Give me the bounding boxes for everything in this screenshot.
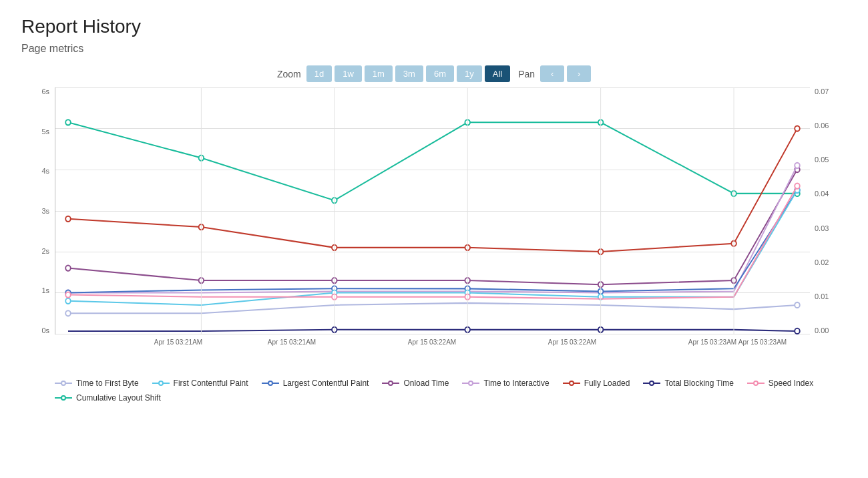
x-label-2: Apr 15 03:22AM bbox=[405, 338, 459, 346]
svg-point-9 bbox=[469, 381, 473, 385]
legend-label-onload: Onload Time bbox=[403, 379, 449, 388]
legend-item-tti: Time to Interactive bbox=[462, 379, 549, 388]
legend-item-cls: Cumulative Layout Shift bbox=[55, 393, 161, 403]
zoom-1m-button[interactable]: 1m bbox=[365, 65, 393, 82]
line-tbt bbox=[68, 330, 797, 331]
legend-label-fl: Fully Loaded bbox=[584, 379, 630, 388]
zoom-3m-button[interactable]: 3m bbox=[395, 65, 423, 82]
legend-label-lcp: Largest Contentful Paint bbox=[283, 379, 369, 388]
legend-item-fcp: First Contentful Paint bbox=[152, 379, 248, 388]
x-label-0: Apr 15 03:21AM bbox=[152, 338, 205, 346]
legend-item-tbt: Total Blocking Time bbox=[643, 379, 733, 388]
legend-icon-ttfb bbox=[55, 380, 72, 387]
page-title: Report History bbox=[21, 16, 847, 37]
legend-label-tbt: Total Blocking Time bbox=[664, 379, 733, 388]
chart-svg bbox=[55, 87, 810, 334]
line-lcp bbox=[68, 190, 797, 293]
y-left-label-5s: 5s bbox=[41, 128, 49, 136]
pan-label: Pan bbox=[518, 69, 535, 79]
legend-item-si: Speed Index bbox=[747, 379, 813, 388]
svg-point-15 bbox=[754, 381, 758, 385]
legend-label-cls: Cumulative Layout Shift bbox=[76, 393, 161, 403]
y-left-label-1s: 1s bbox=[41, 286, 49, 294]
y-right-label-002: 0.02 bbox=[815, 258, 829, 266]
svg-point-3 bbox=[159, 381, 163, 385]
point-fl-6 bbox=[795, 126, 800, 131]
zoom-6m-button[interactable]: 6m bbox=[426, 65, 454, 82]
y-axis-left: 6s 5s 4s 3s 2s 1s 0s bbox=[21, 87, 53, 334]
legend-icon-tti bbox=[462, 380, 479, 387]
chart-legend: Time to First Byte First Contentful Pain… bbox=[21, 379, 847, 403]
legend-item-onload: Onload Time bbox=[382, 379, 449, 388]
legend-icon-fl bbox=[563, 380, 580, 387]
y-right-label-003: 0.03 bbox=[815, 224, 829, 232]
legend-item-lcp: Largest Contentful Paint bbox=[262, 379, 369, 388]
zoom-1d-button[interactable]: 1d bbox=[306, 65, 332, 82]
point-ttfb-0 bbox=[65, 310, 71, 316]
legend-item-ttfb: Time to First Byte bbox=[55, 379, 139, 388]
legend-item-fl: Fully Loaded bbox=[563, 379, 630, 388]
point-ttfb-6 bbox=[795, 302, 800, 308]
y-axis-right: 0.07 0.06 0.05 0.04 0.03 0.02 0.01 0.00 bbox=[811, 87, 847, 334]
y-right-label-000: 0.00 bbox=[815, 326, 829, 334]
y-left-label-4s: 4s bbox=[41, 167, 49, 175]
chart-container: 6s 5s 4s 3s 2s 1s 0s 0.07 0.06 0.05 0.04… bbox=[21, 87, 847, 368]
legend-label-si: Speed Index bbox=[769, 379, 813, 388]
point-si-0 bbox=[65, 292, 71, 297]
x-label-3: Apr 15 03:22AM bbox=[546, 338, 599, 346]
zoom-all-button[interactable]: All bbox=[485, 65, 510, 82]
y-right-label-004: 0.04 bbox=[815, 190, 829, 198]
point-si-6 bbox=[795, 184, 800, 189]
x-label-5: Apr 15 03:23AM bbox=[736, 338, 789, 346]
zoom-1y-button[interactable]: 1y bbox=[457, 65, 482, 82]
y-right-label-001: 0.01 bbox=[815, 292, 829, 300]
page-subtitle: Page metrics bbox=[21, 43, 847, 55]
svg-point-11 bbox=[570, 381, 574, 385]
zoom-label: Zoom bbox=[277, 69, 301, 79]
y-right-label-006: 0.06 bbox=[815, 122, 829, 130]
svg-point-5 bbox=[268, 381, 272, 385]
point-ti-6 bbox=[795, 163, 800, 168]
svg-point-17 bbox=[61, 396, 65, 400]
zoom-controls: Zoom 1d 1w 1m 3m 6m 1y All Pan ‹ › bbox=[21, 65, 847, 82]
x-label-4: Apr 15 03:23AM bbox=[686, 338, 739, 346]
y-right-label-005: 0.05 bbox=[815, 156, 829, 164]
pan-left-button[interactable]: ‹ bbox=[540, 65, 564, 82]
legend-icon-fcp bbox=[152, 380, 170, 387]
line-fully-loaded bbox=[68, 129, 797, 252]
y-left-label-2s: 2s bbox=[41, 247, 49, 255]
point-ol-0 bbox=[65, 266, 71, 271]
line-time-interactive bbox=[68, 166, 797, 293]
legend-label-ttfb: Time to First Byte bbox=[76, 379, 139, 388]
svg-point-7 bbox=[389, 381, 393, 385]
pan-right-button[interactable]: › bbox=[567, 65, 591, 82]
point-fcp-0 bbox=[65, 298, 71, 304]
point-tbt-6 bbox=[795, 328, 800, 334]
line-cumulative-layout-shift bbox=[68, 122, 797, 200]
legend-icon-onload bbox=[382, 380, 399, 387]
zoom-1w-button[interactable]: 1w bbox=[335, 65, 362, 82]
legend-icon-cls bbox=[55, 395, 72, 401]
legend-icon-lcp bbox=[262, 380, 279, 387]
legend-icon-tbt bbox=[643, 380, 660, 387]
point-fl-0 bbox=[65, 216, 71, 222]
legend-icon-si bbox=[747, 380, 765, 387]
svg-point-13 bbox=[650, 381, 654, 385]
y-right-label-007: 0.07 bbox=[815, 87, 829, 95]
legend-label-fcp: First Contentful Paint bbox=[174, 379, 248, 388]
y-left-label-3s: 3s bbox=[41, 207, 49, 215]
y-left-label-6s: 6s bbox=[41, 87, 49, 95]
point-cls-0 bbox=[65, 120, 71, 125]
line-onload-time bbox=[68, 170, 797, 284]
chart-drawing-area bbox=[55, 87, 810, 334]
y-left-label-0s: 0s bbox=[41, 326, 49, 334]
x-label-1: Apr 15 03:21AM bbox=[265, 338, 318, 346]
x-axis: Apr 15 03:21AM Apr 15 03:21AM Apr 15 03:… bbox=[55, 334, 810, 368]
legend-label-tti: Time to Interactive bbox=[483, 379, 549, 388]
svg-point-1 bbox=[61, 381, 65, 385]
